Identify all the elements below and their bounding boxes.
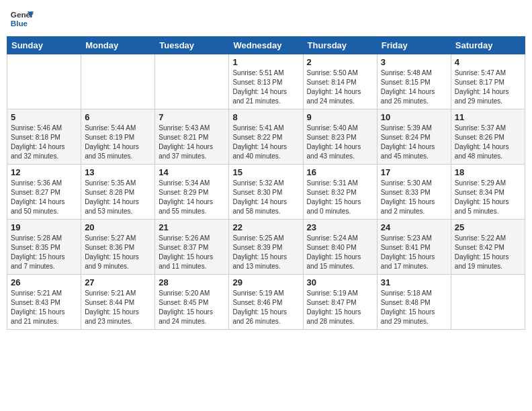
logo: General Blue [9, 7, 34, 31]
day-info: Sunrise: 5:29 AMSunset: 8:34 PMDaylight:… [455, 179, 521, 216]
header: General Blue [7, 7, 525, 31]
day-cell: 10Sunrise: 5:39 AMSunset: 8:24 PMDayligh… [377, 109, 451, 165]
day-info: Sunrise: 5:27 AMSunset: 8:36 PMDaylight:… [85, 234, 151, 271]
day-cell [81, 54, 155, 109]
day-number: 7 [159, 112, 225, 122]
day-info: Sunrise: 5:31 AMSunset: 8:32 PMDaylight:… [307, 179, 373, 216]
day-info: Sunrise: 5:37 AMSunset: 8:26 PMDaylight:… [455, 124, 521, 161]
weekday-header-wednesday: Wednesday [229, 37, 303, 54]
day-info: Sunrise: 5:18 AMSunset: 8:48 PMDaylight:… [381, 289, 447, 326]
weekday-header-row: SundayMondayTuesdayWednesdayThursdayFrid… [7, 37, 525, 54]
day-cell: 2Sunrise: 5:50 AMSunset: 8:14 PMDaylight… [303, 54, 377, 109]
day-number: 18 [455, 167, 521, 177]
day-cell: 28Sunrise: 5:20 AMSunset: 8:45 PMDayligh… [155, 275, 229, 330]
day-number: 28 [159, 277, 225, 287]
day-info: Sunrise: 5:46 AMSunset: 8:18 PMDaylight:… [11, 124, 77, 161]
day-info: Sunrise: 5:22 AMSunset: 8:42 PMDaylight:… [455, 234, 521, 271]
day-number: 25 [455, 222, 521, 232]
day-number: 31 [381, 277, 447, 287]
day-cell: 13Sunrise: 5:35 AMSunset: 8:28 PMDayligh… [81, 165, 155, 220]
day-info: Sunrise: 5:20 AMSunset: 8:45 PMDaylight:… [159, 289, 225, 326]
day-cell [451, 275, 525, 330]
day-cell: 21Sunrise: 5:26 AMSunset: 8:37 PMDayligh… [155, 220, 229, 275]
day-number: 30 [307, 277, 373, 287]
day-cell: 9Sunrise: 5:40 AMSunset: 8:23 PMDaylight… [303, 109, 377, 165]
day-number: 19 [11, 222, 77, 232]
day-info: Sunrise: 5:25 AMSunset: 8:39 PMDaylight:… [232, 234, 299, 271]
day-cell [155, 54, 229, 109]
day-cell: 20Sunrise: 5:27 AMSunset: 8:36 PMDayligh… [81, 220, 155, 275]
day-cell: 30Sunrise: 5:19 AMSunset: 8:47 PMDayligh… [303, 275, 377, 330]
day-info: Sunrise: 5:24 AMSunset: 8:40 PMDaylight:… [307, 234, 373, 271]
day-info: Sunrise: 5:21 AMSunset: 8:44 PMDaylight:… [85, 289, 151, 326]
week-row-4: 19Sunrise: 5:28 AMSunset: 8:35 PMDayligh… [7, 220, 525, 275]
weekday-header-saturday: Saturday [451, 37, 525, 54]
day-info: Sunrise: 5:19 AMSunset: 8:46 PMDaylight:… [232, 289, 299, 326]
day-number: 26 [11, 277, 77, 287]
day-cell: 6Sunrise: 5:44 AMSunset: 8:19 PMDaylight… [81, 109, 155, 165]
day-number: 24 [381, 222, 447, 232]
day-cell: 15Sunrise: 5:32 AMSunset: 8:30 PMDayligh… [229, 165, 303, 220]
day-number: 16 [307, 167, 373, 177]
weekday-header-friday: Friday [377, 37, 451, 54]
day-cell: 31Sunrise: 5:18 AMSunset: 8:48 PMDayligh… [377, 275, 451, 330]
day-number: 23 [307, 222, 373, 232]
day-cell: 29Sunrise: 5:19 AMSunset: 8:46 PMDayligh… [229, 275, 303, 330]
day-cell: 23Sunrise: 5:24 AMSunset: 8:40 PMDayligh… [303, 220, 377, 275]
day-info: Sunrise: 5:51 AMSunset: 8:13 PMDaylight:… [232, 68, 299, 106]
weekday-header-tuesday: Tuesday [155, 37, 229, 54]
day-number: 10 [381, 112, 447, 122]
day-cell: 7Sunrise: 5:43 AMSunset: 8:21 PMDaylight… [155, 109, 229, 165]
day-info: Sunrise: 5:43 AMSunset: 8:21 PMDaylight:… [159, 124, 225, 161]
day-number: 8 [232, 112, 299, 122]
day-info: Sunrise: 5:19 AMSunset: 8:47 PMDaylight:… [307, 289, 373, 326]
day-cell: 19Sunrise: 5:28 AMSunset: 8:35 PMDayligh… [7, 220, 81, 275]
day-info: Sunrise: 5:34 AMSunset: 8:29 PMDaylight:… [159, 179, 225, 216]
day-number: 1 [232, 57, 299, 67]
day-info: Sunrise: 5:21 AMSunset: 8:43 PMDaylight:… [11, 289, 77, 326]
day-number: 22 [232, 222, 299, 232]
day-cell: 14Sunrise: 5:34 AMSunset: 8:29 PMDayligh… [155, 165, 229, 220]
day-number: 27 [85, 277, 151, 287]
week-row-5: 26Sunrise: 5:21 AMSunset: 8:43 PMDayligh… [7, 275, 525, 330]
day-cell: 8Sunrise: 5:41 AMSunset: 8:22 PMDaylight… [229, 109, 303, 165]
day-number: 14 [159, 167, 225, 177]
day-number: 4 [455, 57, 521, 67]
day-number: 15 [232, 167, 299, 177]
logo-icon: General Blue [9, 7, 34, 31]
day-cell: 22Sunrise: 5:25 AMSunset: 8:39 PMDayligh… [229, 220, 303, 275]
day-cell: 4Sunrise: 5:47 AMSunset: 8:17 PMDaylight… [451, 54, 525, 109]
day-number: 29 [232, 277, 299, 287]
day-info: Sunrise: 5:50 AMSunset: 8:14 PMDaylight:… [307, 68, 373, 106]
day-number: 13 [85, 167, 151, 177]
day-info: Sunrise: 5:41 AMSunset: 8:22 PMDaylight:… [232, 124, 299, 161]
week-row-1: 1Sunrise: 5:51 AMSunset: 8:13 PMDaylight… [7, 54, 525, 109]
day-cell: 24Sunrise: 5:23 AMSunset: 8:41 PMDayligh… [377, 220, 451, 275]
day-number: 6 [85, 112, 151, 122]
day-info: Sunrise: 5:23 AMSunset: 8:41 PMDaylight:… [381, 234, 447, 271]
day-cell: 5Sunrise: 5:46 AMSunset: 8:18 PMDaylight… [7, 109, 81, 165]
day-number: 5 [11, 112, 77, 122]
day-info: Sunrise: 5:32 AMSunset: 8:30 PMDaylight:… [232, 179, 299, 216]
day-info: Sunrise: 5:48 AMSunset: 8:15 PMDaylight:… [381, 68, 447, 106]
day-info: Sunrise: 5:30 AMSunset: 8:33 PMDaylight:… [381, 179, 447, 216]
day-number: 12 [11, 167, 77, 177]
weekday-header-thursday: Thursday [303, 37, 377, 54]
svg-text:Blue: Blue [11, 19, 28, 28]
day-number: 21 [159, 222, 225, 232]
day-cell: 18Sunrise: 5:29 AMSunset: 8:34 PMDayligh… [451, 165, 525, 220]
day-number: 20 [85, 222, 151, 232]
day-cell: 25Sunrise: 5:22 AMSunset: 8:42 PMDayligh… [451, 220, 525, 275]
day-number: 11 [455, 112, 521, 122]
day-number: 9 [307, 112, 373, 122]
day-cell: 12Sunrise: 5:36 AMSunset: 8:27 PMDayligh… [7, 165, 81, 220]
day-cell: 16Sunrise: 5:31 AMSunset: 8:32 PMDayligh… [303, 165, 377, 220]
week-row-3: 12Sunrise: 5:36 AMSunset: 8:27 PMDayligh… [7, 165, 525, 220]
day-cell: 27Sunrise: 5:21 AMSunset: 8:44 PMDayligh… [81, 275, 155, 330]
day-info: Sunrise: 5:36 AMSunset: 8:27 PMDaylight:… [11, 179, 77, 216]
day-number: 3 [381, 57, 447, 67]
day-info: Sunrise: 5:35 AMSunset: 8:28 PMDaylight:… [85, 179, 151, 216]
day-cell: 17Sunrise: 5:30 AMSunset: 8:33 PMDayligh… [377, 165, 451, 220]
day-info: Sunrise: 5:47 AMSunset: 8:17 PMDaylight:… [455, 68, 521, 106]
day-cell: 1Sunrise: 5:51 AMSunset: 8:13 PMDaylight… [229, 54, 303, 109]
